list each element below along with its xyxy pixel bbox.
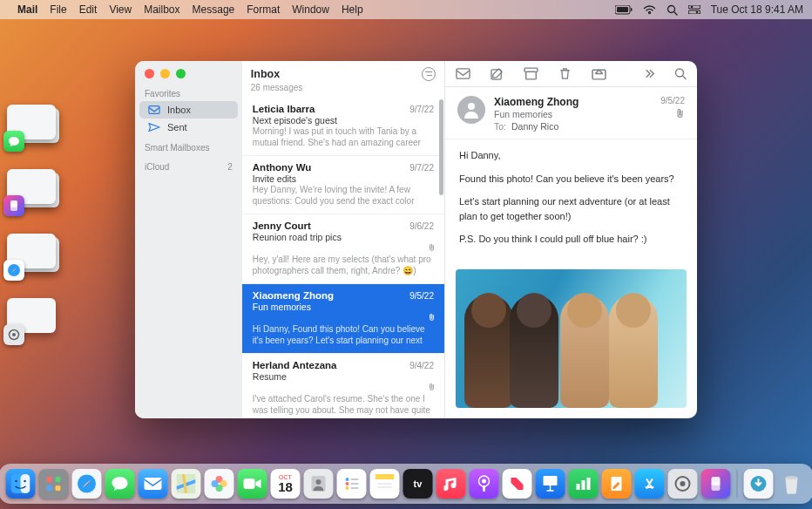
menu-app[interactable]: Mail <box>17 3 37 16</box>
wifi-icon[interactable] <box>643 5 656 15</box>
svg-rect-57 <box>582 480 585 490</box>
sidebar-item-label: Inbox <box>167 105 191 115</box>
close-button[interactable] <box>145 69 154 78</box>
dock-shortcuts[interactable] <box>701 469 731 499</box>
sidebar-heading-favorites: Favorites <box>135 82 242 101</box>
dock-contacts[interactable] <box>304 469 334 499</box>
menu-format[interactable]: Format <box>247 3 280 16</box>
control-center-icon[interactable] <box>688 5 700 14</box>
archive-icon[interactable] <box>524 67 538 80</box>
dock-tv[interactable]: tv <box>403 469 433 499</box>
body-paragraph: Found this photo! Can you believe it's b… <box>459 172 683 187</box>
svg-rect-7 <box>688 10 700 14</box>
msg-subject: Invite edits <box>253 173 434 184</box>
menu-message[interactable]: Message <box>193 3 235 16</box>
dock-messages[interactable] <box>105 469 135 499</box>
stage-group-messages[interactable] <box>7 105 64 146</box>
sidebar-heading-smart[interactable]: Smart Mailboxes <box>135 136 242 155</box>
sidebar-item-inbox[interactable]: Inbox <box>139 101 238 119</box>
svg-rect-27 <box>47 477 52 482</box>
inbox-icon <box>148 105 160 115</box>
svg-rect-47 <box>376 474 395 479</box>
message-row[interactable]: Xiaomeng Zhong9/5/22Fun memoriesHi Danny… <box>242 284 444 354</box>
search-icon[interactable] <box>674 67 687 80</box>
message-row[interactable]: Leticia Ibarra9/7/22Next episode's guest… <box>242 98 444 156</box>
dock-podcasts[interactable] <box>470 469 499 499</box>
mail-sidebar: Favorites Inbox Sent Smart Mailboxes iCl… <box>135 61 242 418</box>
attachment-icon <box>253 243 436 254</box>
dock-facetime[interactable] <box>238 469 267 499</box>
svg-point-65 <box>786 476 798 479</box>
dock-mail[interactable] <box>139 469 168 499</box>
compose-icon[interactable] <box>490 67 504 80</box>
filter-button[interactable] <box>422 67 436 81</box>
dock-reminders[interactable] <box>337 469 367 499</box>
svg-rect-28 <box>56 477 61 482</box>
stage-group-safari[interactable] <box>7 234 64 275</box>
stage-group-shortcuts[interactable] <box>7 169 64 211</box>
menu-window[interactable]: Window <box>292 3 329 16</box>
attached-photo[interactable] <box>456 269 687 408</box>
dock-trash[interactable] <box>777 469 807 499</box>
msg-subject: Next episode's guest <box>253 115 434 126</box>
menu-edit[interactable]: Edit <box>79 3 98 16</box>
dock-news[interactable] <box>503 469 532 499</box>
dock-photos[interactable] <box>205 469 234 499</box>
svg-rect-33 <box>145 478 162 490</box>
msg-date: 9/7/22 <box>409 163 434 173</box>
sidebar-heading-icloud[interactable]: iCloud 2 <box>135 155 242 174</box>
dock: OCT18 tv <box>0 464 812 504</box>
dock-safari[interactable] <box>72 469 102 499</box>
svg-rect-14 <box>149 106 159 114</box>
dock-numbers[interactable] <box>569 469 599 499</box>
scrollbar[interactable] <box>439 99 443 195</box>
msg-preview: I've attached Carol's resume. She's the … <box>253 394 434 416</box>
trash-icon[interactable] <box>558 67 572 80</box>
junk-icon[interactable] <box>592 67 606 80</box>
stage-group-settings[interactable] <box>7 298 64 340</box>
dock-finder[interactable] <box>6 469 36 499</box>
message-row[interactable]: Anthony Wu9/7/22Invite editsHey Danny, W… <box>242 156 444 214</box>
msg-subject: Reunion road trip pics <box>253 232 434 242</box>
msg-sender: Leticia Ibarra <box>253 104 315 114</box>
svg-rect-63 <box>712 482 721 491</box>
dock-music[interactable] <box>436 469 466 499</box>
menu-mailbox[interactable]: Mailbox <box>144 3 179 16</box>
menu-datetime[interactable]: Tue Oct 18 9:41 AM <box>711 3 803 16</box>
minimize-button[interactable] <box>160 69 170 78</box>
dock-notes[interactable] <box>370 469 400 499</box>
dock-downloads[interactable] <box>744 469 774 499</box>
dock-calendar[interactable]: OCT18 <box>271 469 301 499</box>
message-subject: Fun memories <box>494 109 652 119</box>
menu-view[interactable]: View <box>109 3 132 16</box>
svg-rect-10 <box>10 204 17 211</box>
menu-file[interactable]: File <box>50 3 66 16</box>
msg-date: 9/7/22 <box>409 105 434 114</box>
gear-icon <box>3 324 24 345</box>
message-date: 9/5/22 <box>660 96 685 105</box>
dock-maps[interactable] <box>172 469 201 499</box>
message-row[interactable]: Herland Antezana9/4/22ResumeI've attache… <box>242 354 444 418</box>
envelope-icon[interactable] <box>456 67 470 80</box>
message-list[interactable]: Leticia Ibarra9/7/22Next episode's guest… <box>242 98 444 418</box>
svg-point-40 <box>316 479 321 485</box>
spotlight-icon[interactable] <box>667 4 678 16</box>
menu-help[interactable]: Help <box>342 3 363 16</box>
sidebar-item-sent[interactable]: Sent <box>139 119 238 136</box>
to-label: To: <box>494 121 506 132</box>
dock-pages[interactable] <box>602 469 632 499</box>
msg-sender: Jenny Court <box>253 221 311 231</box>
more-icon[interactable] <box>645 67 655 80</box>
battery-icon[interactable] <box>615 5 633 15</box>
zoom-button[interactable] <box>176 69 186 78</box>
message-from: Xiaomeng Zhong <box>494 96 652 108</box>
message-row[interactable]: Jenny Court9/6/22Reunion road trip picsH… <box>242 214 444 284</box>
dock-settings[interactable] <box>668 469 698 499</box>
dock-launchpad[interactable] <box>39 469 69 499</box>
dock-keynote[interactable] <box>536 469 565 499</box>
msg-subject: Fun memories <box>253 302 434 312</box>
svg-rect-15 <box>457 69 470 78</box>
dock-appstore[interactable] <box>635 469 665 499</box>
svg-rect-38 <box>244 478 255 489</box>
attachment-icon <box>253 383 436 393</box>
